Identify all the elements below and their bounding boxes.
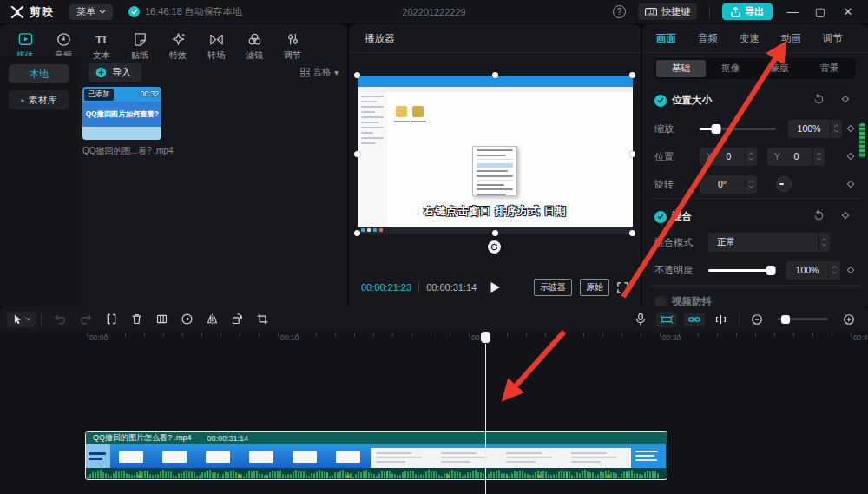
tab-adjust-props[interactable]: 调节	[823, 32, 843, 45]
reset-icon[interactable]	[813, 94, 825, 105]
tab-effects[interactable]: 特效	[160, 29, 196, 67]
keyframe-diamond-icon[interactable]	[845, 123, 856, 134]
tab-speed[interactable]: 变速	[740, 32, 760, 45]
select-tool-button[interactable]	[7, 312, 36, 327]
reset-icon[interactable]	[813, 210, 825, 221]
waveform-bar	[592, 472, 594, 478]
position-x-field[interactable]: X 0	[700, 148, 757, 166]
playhead-handle[interactable]	[480, 331, 491, 344]
zoom-in-button[interactable]	[843, 313, 855, 326]
blend-checkbox[interactable]	[654, 211, 667, 223]
tab-animation[interactable]: 动画	[781, 32, 801, 45]
rotate-button[interactable]	[231, 313, 244, 326]
link-toggle[interactable]	[684, 313, 705, 326]
waveform-bar	[342, 470, 344, 478]
blend-mode-dropdown[interactable]: 正常	[708, 233, 830, 252]
selection-handle[interactable]	[354, 230, 360, 236]
tab-audio-props[interactable]: 音频	[698, 32, 718, 45]
import-button[interactable]: 导入	[89, 63, 141, 82]
stepper[interactable]	[745, 148, 757, 166]
sidebar-item-local[interactable]: 本地	[9, 64, 69, 83]
waveform-bar	[519, 471, 521, 478]
reverse-button[interactable]	[181, 313, 194, 326]
position-size-checkbox[interactable]	[654, 95, 667, 107]
media-item-thumbnail[interactable]: QQ撤回图片如何查看? 已添加 00:32	[82, 87, 161, 140]
rotation-dial[interactable]	[776, 176, 792, 192]
minimize-button[interactable]: —	[785, 5, 800, 18]
keyframe-diamond-icon[interactable]	[845, 151, 856, 161]
waveform-bar	[597, 474, 599, 478]
scale-value-field[interactable]: 100%	[788, 120, 842, 138]
rotate-handle[interactable]	[488, 240, 501, 254]
timeline-clip[interactable]: QQ撤回的图片怎么看? .mp4 00:00:31:14	[85, 431, 667, 480]
stepper[interactable]	[812, 148, 825, 166]
keyframe-diamond-icon[interactable]	[845, 265, 856, 275]
scope-button[interactable]: 示波器	[534, 279, 572, 296]
segment-mask[interactable]: 蒙版	[755, 60, 805, 77]
stabilize-checkbox[interactable]	[654, 296, 667, 306]
record-voiceover-button[interactable]	[635, 313, 647, 326]
ruler-tick	[354, 333, 355, 337]
close-button[interactable]: ✕	[840, 5, 856, 18]
selection-handle[interactable]	[492, 72, 498, 78]
file-caption	[411, 121, 426, 122]
delete-button[interactable]	[130, 313, 143, 326]
selection-handle[interactable]	[629, 230, 635, 236]
undo-button[interactable]	[53, 313, 67, 326]
play-button[interactable]	[490, 281, 501, 293]
opacity-slider[interactable]	[708, 269, 776, 272]
rotation-value-field[interactable]: 0°	[700, 175, 757, 194]
playhead-line[interactable]	[485, 333, 486, 494]
selection-handle[interactable]	[629, 72, 635, 78]
tab-adjust[interactable]: 调节	[274, 29, 311, 67]
stepper[interactable]	[818, 233, 830, 252]
preview-axis-toggle[interactable]	[714, 313, 727, 326]
redo-button[interactable]	[79, 313, 93, 326]
selection-handle[interactable]	[492, 230, 498, 236]
shortcut-button[interactable]: 快捷键	[638, 3, 697, 20]
keyframe-diamond-icon[interactable]	[845, 179, 856, 189]
maximize-button[interactable]: ▢	[812, 5, 828, 18]
grid-view-button[interactable]: 宫格 ▾	[300, 66, 339, 78]
tab-text[interactable]: TI 文本	[83, 29, 120, 67]
video-preview[interactable]: 右键点击窗口 排序方式 日期	[358, 76, 633, 234]
selection-handle[interactable]	[354, 151, 360, 157]
stepper[interactable]	[830, 120, 842, 138]
stepper[interactable]	[828, 261, 840, 280]
snap-toggle[interactable]	[656, 312, 677, 327]
segment-background[interactable]: 背景	[805, 60, 854, 77]
tab-filter[interactable]: 滤镜	[236, 29, 273, 67]
tab-sticker[interactable]: 贴纸	[122, 29, 158, 67]
current-time: 00:00:21:23	[361, 282, 411, 293]
segment-cutout[interactable]: 抠像	[706, 60, 755, 77]
mirror-button[interactable]	[206, 313, 219, 326]
keyframe-diamond-icon[interactable]	[840, 210, 851, 221]
waveform-bar	[431, 471, 432, 478]
selection-handle[interactable]	[629, 151, 635, 157]
menu-button[interactable]: 菜单	[69, 4, 113, 20]
position-y-field[interactable]: Y 0	[767, 148, 825, 166]
tab-picture[interactable]: 画面	[656, 32, 676, 45]
panel-scrollbar[interactable]	[859, 123, 865, 158]
timeline-ruler[interactable]: 00:0000:1000:2000:3000:40	[0, 333, 868, 345]
scale-slider[interactable]	[700, 128, 776, 130]
fullscreen-icon[interactable]	[617, 282, 628, 293]
zoom-out-button[interactable]	[751, 313, 763, 326]
tab-transition[interactable]: 转场	[198, 29, 234, 67]
sidebar-item-library[interactable]: ▸ 素材库	[9, 90, 69, 109]
split-button[interactable]	[105, 313, 118, 326]
keyframe-diamond-icon[interactable]	[840, 94, 851, 104]
selection-handle[interactable]	[354, 72, 360, 78]
opacity-value-field[interactable]: 100%	[786, 261, 840, 280]
stepper[interactable]	[745, 175, 757, 194]
export-button[interactable]: 导出	[722, 3, 773, 20]
timeline-zoom-slider[interactable]	[778, 318, 828, 320]
segment-basic[interactable]: 基础	[656, 60, 706, 77]
filmstrip-frame	[566, 444, 631, 468]
original-button[interactable]: 原始	[580, 279, 609, 296]
crop-button[interactable]	[256, 313, 269, 326]
freeze-frame-button[interactable]	[155, 313, 168, 326]
waveform-bar	[428, 470, 430, 478]
help-button[interactable]: ?	[613, 5, 626, 18]
media-panel: 媒体 音频 TI 文本 贴纸 特效 转场	[0, 24, 347, 306]
